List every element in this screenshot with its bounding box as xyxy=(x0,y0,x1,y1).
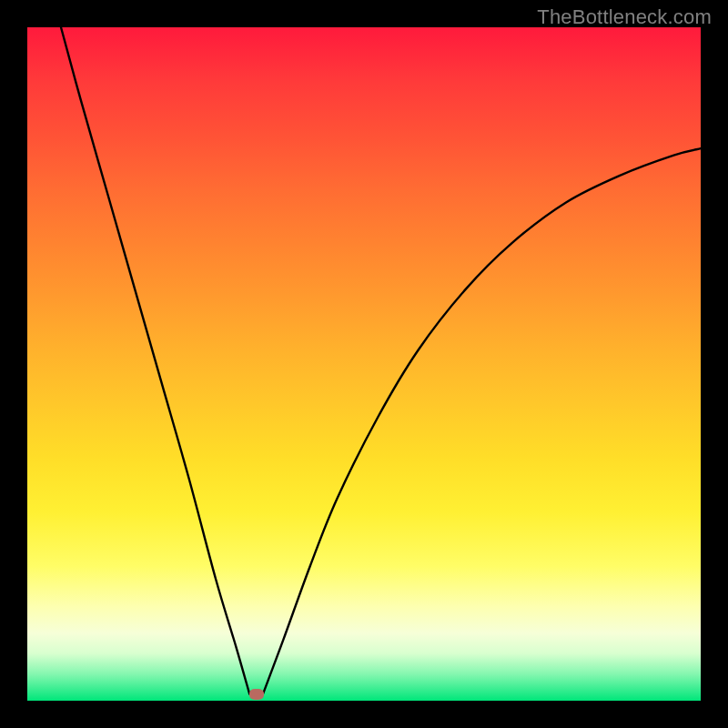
curve-left-branch xyxy=(61,27,249,694)
bottleneck-curve xyxy=(27,27,701,701)
minimum-marker xyxy=(249,689,264,700)
plot-area xyxy=(27,27,701,701)
chart-frame: TheBottleneck.com xyxy=(0,0,728,728)
attribution-text: TheBottleneck.com xyxy=(537,5,712,29)
curve-right-branch xyxy=(263,148,701,693)
